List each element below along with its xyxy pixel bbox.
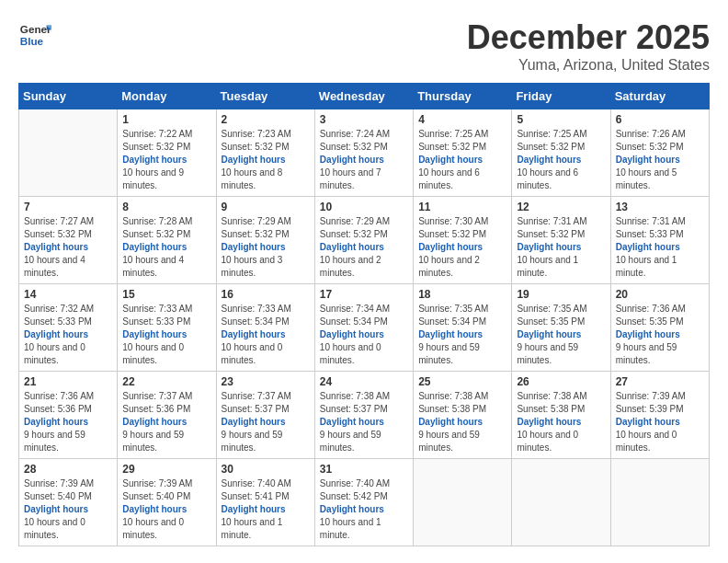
logo: General Blue	[18, 18, 51, 52]
day-number: 26	[517, 375, 605, 388]
sunrise-text: Sunrise: 7:39 AM	[616, 390, 704, 403]
sunset-text: Sunset: 5:35 PM	[517, 316, 605, 328]
sunrise-text: Sunrise: 7:24 AM	[320, 128, 408, 141]
svg-text:Blue: Blue	[20, 35, 44, 47]
day-number: 24	[320, 375, 408, 388]
sunset-text: Sunset: 5:32 PM	[24, 228, 112, 241]
calendar-cell: 28Sunrise: 7:39 AMSunset: 5:40 PMDayligh…	[19, 459, 118, 546]
calendar-day-header: Tuesday	[216, 84, 314, 109]
sunset-text: Sunset: 5:35 PM	[616, 316, 704, 328]
daylight-text: Daylight hours 10 hours and 4 minutes.	[24, 241, 112, 280]
day-number: 19	[517, 288, 605, 301]
calendar-cell: 29Sunrise: 7:39 AMSunset: 5:40 PMDayligh…	[118, 459, 216, 546]
day-number: 6	[616, 113, 704, 126]
sunset-text: Sunset: 5:38 PM	[418, 403, 506, 416]
daylight-label: Daylight hours	[24, 504, 88, 514]
daylight-text: Daylight hours 10 hours and 0 minutes.	[24, 503, 112, 542]
sunrise-text: Sunrise: 7:36 AM	[24, 390, 112, 403]
sunrise-text: Sunrise: 7:39 AM	[122, 477, 210, 490]
calendar-cell: 10Sunrise: 7:29 AMSunset: 5:32 PMDayligh…	[314, 197, 413, 284]
calendar-cell: 24Sunrise: 7:38 AMSunset: 5:37 PMDayligh…	[314, 372, 413, 459]
calendar-day-header: Monday	[118, 84, 216, 109]
sunset-text: Sunset: 5:39 PM	[616, 403, 704, 416]
day-info: Sunrise: 7:27 AMSunset: 5:32 PMDaylight …	[24, 215, 112, 280]
daylight-label: Daylight hours	[222, 504, 286, 514]
calendar-cell: 1Sunrise: 7:22 AMSunset: 5:32 PMDaylight…	[118, 109, 216, 197]
daylight-text: Daylight hours 10 hours and 2 minutes.	[418, 241, 506, 280]
sunset-text: Sunset: 5:33 PM	[122, 316, 210, 328]
daylight-text: Daylight hours 10 hours and 0 minutes.	[222, 328, 310, 367]
calendar-week-row: 7Sunrise: 7:27 AMSunset: 5:32 PMDaylight…	[19, 197, 710, 284]
sunset-text: Sunset: 5:32 PM	[122, 141, 210, 154]
sunset-text: Sunset: 5:37 PM	[222, 403, 310, 416]
daylight-label: Daylight hours	[222, 417, 286, 427]
sunset-text: Sunset: 5:38 PM	[517, 403, 605, 416]
sunrise-text: Sunrise: 7:26 AM	[616, 128, 704, 141]
calendar-cell: 13Sunrise: 7:31 AMSunset: 5:33 PMDayligh…	[610, 197, 709, 284]
calendar-cell: 27Sunrise: 7:39 AMSunset: 5:39 PMDayligh…	[610, 372, 709, 459]
daylight-label: Daylight hours	[616, 155, 680, 165]
calendar-cell: 30Sunrise: 7:40 AMSunset: 5:41 PMDayligh…	[216, 459, 314, 546]
daylight-label: Daylight hours	[24, 329, 88, 339]
daylight-label: Daylight hours	[418, 329, 483, 339]
day-number: 5	[517, 113, 605, 126]
day-info: Sunrise: 7:30 AMSunset: 5:32 PMDaylight …	[418, 215, 506, 280]
day-number: 10	[320, 201, 408, 213]
calendar-cell: 23Sunrise: 7:37 AMSunset: 5:37 PMDayligh…	[216, 372, 314, 459]
daylight-label: Daylight hours	[616, 329, 680, 339]
day-info: Sunrise: 7:38 AMSunset: 5:37 PMDaylight …	[320, 390, 408, 454]
daylight-text: Daylight hours 10 hours and 3 minutes.	[222, 241, 310, 280]
daylight-label: Daylight hours	[320, 417, 384, 427]
day-info: Sunrise: 7:36 AMSunset: 5:36 PMDaylight …	[24, 390, 112, 454]
calendar-cell: 3Sunrise: 7:24 AMSunset: 5:32 PMDaylight…	[314, 109, 413, 197]
sunrise-text: Sunrise: 7:22 AM	[122, 128, 210, 141]
calendar-cell: 25Sunrise: 7:38 AMSunset: 5:38 PMDayligh…	[414, 372, 512, 459]
day-number: 13	[616, 201, 704, 213]
daylight-text: Daylight hours 10 hours and 2 minutes.	[320, 241, 408, 280]
calendar-cell: 6Sunrise: 7:26 AMSunset: 5:32 PMDaylight…	[610, 109, 709, 197]
sunset-text: Sunset: 5:33 PM	[24, 316, 112, 328]
day-info: Sunrise: 7:35 AMSunset: 5:35 PMDaylight …	[517, 303, 605, 367]
day-info: Sunrise: 7:26 AMSunset: 5:32 PMDaylight …	[616, 128, 704, 192]
sunset-text: Sunset: 5:41 PM	[222, 490, 310, 503]
day-info: Sunrise: 7:36 AMSunset: 5:35 PMDaylight …	[616, 303, 704, 367]
day-info: Sunrise: 7:35 AMSunset: 5:34 PMDaylight …	[418, 303, 506, 367]
calendar-cell: 8Sunrise: 7:28 AMSunset: 5:32 PMDaylight…	[118, 197, 216, 284]
calendar-table: SundayMondayTuesdayWednesdayThursdayFrid…	[18, 83, 710, 546]
page-title: December 2025	[467, 18, 710, 57]
day-info: Sunrise: 7:25 AMSunset: 5:32 PMDaylight …	[517, 128, 605, 192]
sunrise-text: Sunrise: 7:38 AM	[320, 390, 408, 403]
day-number: 23	[222, 375, 310, 388]
calendar-cell: 18Sunrise: 7:35 AMSunset: 5:34 PMDayligh…	[414, 284, 512, 372]
day-number: 2	[222, 113, 310, 126]
daylight-text: Daylight hours 9 hours and 59 minutes.	[320, 416, 408, 454]
sunset-text: Sunset: 5:40 PM	[24, 490, 112, 503]
daylight-label: Daylight hours	[222, 242, 286, 252]
sunrise-text: Sunrise: 7:30 AM	[418, 215, 506, 228]
sunrise-text: Sunrise: 7:36 AM	[616, 303, 704, 316]
day-number: 20	[616, 288, 704, 301]
day-number: 4	[418, 113, 506, 126]
sunset-text: Sunset: 5:32 PM	[320, 141, 408, 154]
sunset-text: Sunset: 5:36 PM	[122, 403, 210, 416]
daylight-label: Daylight hours	[418, 242, 483, 252]
sunset-text: Sunset: 5:32 PM	[418, 228, 506, 241]
daylight-text: Daylight hours 10 hours and 6 minutes.	[418, 154, 506, 192]
daylight-label: Daylight hours	[320, 329, 384, 339]
daylight-text: Daylight hours 10 hours and 1 minute.	[320, 503, 408, 542]
day-number: 29	[122, 463, 210, 476]
calendar-cell: 2Sunrise: 7:23 AMSunset: 5:32 PMDaylight…	[216, 109, 314, 197]
daylight-label: Daylight hours	[517, 329, 581, 339]
sunrise-text: Sunrise: 7:29 AM	[222, 215, 310, 228]
day-info: Sunrise: 7:24 AMSunset: 5:32 PMDaylight …	[320, 128, 408, 192]
daylight-label: Daylight hours	[517, 417, 581, 427]
sunset-text: Sunset: 5:34 PM	[222, 316, 310, 328]
calendar-week-row: 21Sunrise: 7:36 AMSunset: 5:36 PMDayligh…	[19, 372, 710, 459]
calendar-cell: 7Sunrise: 7:27 AMSunset: 5:32 PMDaylight…	[19, 197, 118, 284]
calendar-day-header: Wednesday	[314, 84, 413, 109]
day-number: 30	[222, 463, 310, 476]
day-info: Sunrise: 7:29 AMSunset: 5:32 PMDaylight …	[222, 215, 310, 280]
day-number: 15	[122, 288, 210, 301]
calendar-day-header: Sunday	[19, 84, 118, 109]
daylight-text: Daylight hours 10 hours and 8 minutes.	[222, 154, 310, 192]
